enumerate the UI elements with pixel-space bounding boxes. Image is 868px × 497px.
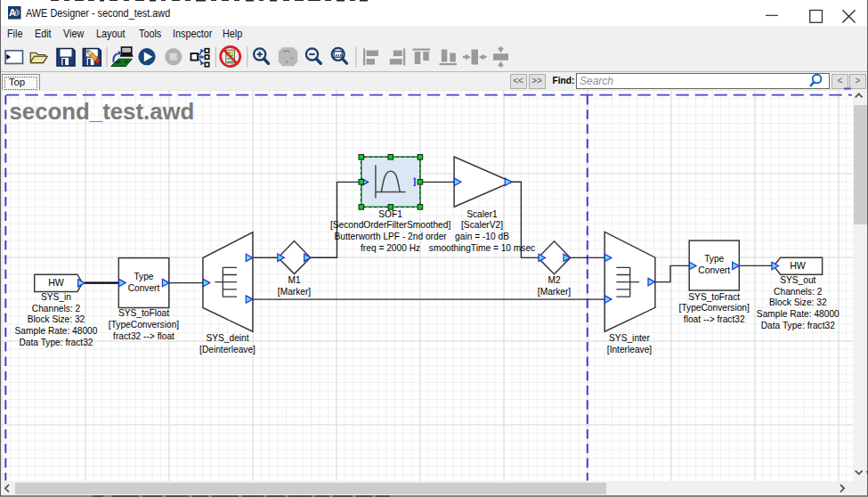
svg-text:[TypeConversion]: [TypeConversion] [109,320,179,330]
svg-text:freq = 2000 Hz: freq = 2000 Hz [361,243,420,253]
svg-text:[Interleave]: [Interleave] [607,345,653,354]
svg-text:[Marker]: [Marker] [538,287,572,297]
svg-text:[TypeConversion]: [TypeConversion] [679,303,750,313]
svg-text:[Deinterleave]: [Deinterleave] [199,345,256,354]
svg-text:fract32 --> float: fract32 --> float [113,331,174,341]
svg-text:Sample Rate: 48000: Sample Rate: 48000 [15,326,98,336]
svg-text:SYS_out: SYS_out [780,275,815,285]
svg-text:A: A [9,7,16,18]
svg-text:[ScalerV2]: [ScalerV2] [461,220,503,230]
svg-text:Butterworth LPF - 2nd order: Butterworth LPF - 2nd order [334,232,447,241]
svg-text:Block Size: 32: Block Size: 32 [769,297,827,307]
svg-text:float --> fract32: float --> fract32 [684,314,745,324]
svg-text:Data Type: fract32: Data Type: fract32 [19,338,93,347]
svg-text:Block Size: 32: Block Size: 32 [28,314,85,324]
svg-text:HW: HW [790,260,806,271]
svg-text:Type: Type [704,254,724,264]
svg-text:M2: M2 [548,275,560,285]
svg-text:Convert: Convert [698,265,730,275]
svg-text:SYS_in: SYS_in [41,292,71,302]
svg-text:Channels: 2: Channels: 2 [32,304,81,314]
svg-text:Scaler1: Scaler1 [466,209,498,219]
svg-text:SYS_toFloat: SYS_toFloat [118,308,169,318]
svg-text:HW: HW [48,277,64,288]
svg-text:Sample Rate: 48000: Sample Rate: 48000 [757,309,840,319]
svg-text:M1: M1 [288,275,300,285]
svg-text:second_test.awd: second_test.awd [10,99,195,124]
svg-text:SYS_toFract: SYS_toFract [688,292,740,302]
svg-text:Type: Type [134,272,153,281]
svg-text:SOF1: SOF1 [378,209,402,219]
svg-text:Channels: 2: Channels: 2 [774,287,823,297]
svg-text:Data Type: fract32: Data Type: fract32 [761,321,835,330]
svg-text:Convert: Convert [128,283,160,293]
svg-text:smoothingTime = 10 msec: smoothingTime = 10 msec [429,243,535,253]
svg-text:[Marker]: [Marker] [278,287,312,297]
svg-text:SYS_deint: SYS_deint [206,333,248,343]
svg-text:[SecondOrderFilterSmoothed]: [SecondOrderFilterSmoothed] [330,220,451,230]
svg-text:gain = -10 dB: gain = -10 dB [455,232,509,241]
svg-text:SYS_inter: SYS_inter [609,333,650,343]
